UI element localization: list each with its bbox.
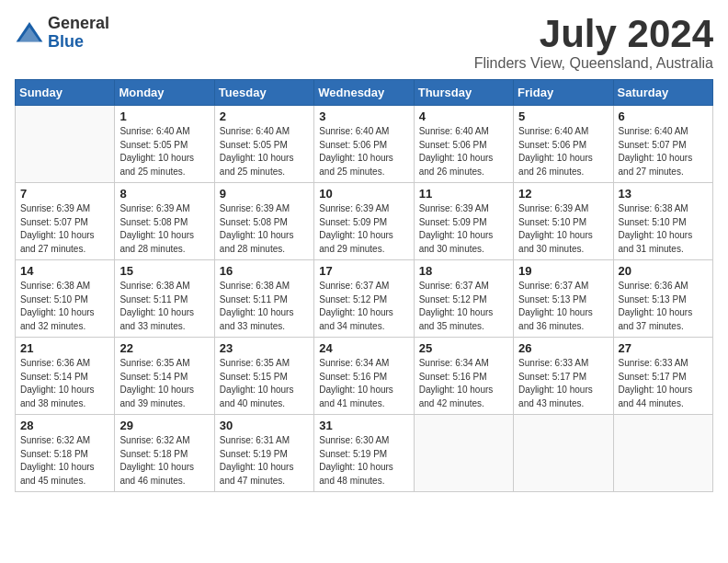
day-number: 20 — [619, 264, 708, 278]
weekday-header-row: SundayMondayTuesdayWednesdayThursdayFrid… — [16, 80, 713, 106]
day-number: 9 — [220, 187, 309, 201]
weekday-header-wednesday: Wednesday — [314, 80, 414, 106]
day-info: Sunrise: 6:37 AMSunset: 5:12 PMDaylight:… — [419, 280, 508, 333]
day-number: 2 — [220, 109, 309, 123]
location-title: Flinders View, Queensland, Australia — [474, 55, 713, 72]
day-info: Sunrise: 6:34 AMSunset: 5:16 PMDaylight:… — [419, 357, 508, 410]
day-info: Sunrise: 6:40 AMSunset: 5:05 PMDaylight:… — [119, 125, 209, 178]
day-info: Sunrise: 6:37 AMSunset: 5:13 PMDaylight:… — [518, 280, 608, 333]
calendar-cell: 4Sunrise: 6:40 AMSunset: 5:06 PMDaylight… — [414, 106, 513, 183]
day-info: Sunrise: 6:40 AMSunset: 5:06 PMDaylight:… — [319, 125, 408, 178]
calendar-cell — [414, 415, 513, 492]
day-number: 25 — [419, 341, 508, 355]
day-number: 13 — [619, 187, 708, 201]
calendar-cell: 27Sunrise: 6:33 AMSunset: 5:17 PMDayligh… — [613, 338, 712, 415]
calendar-week-1: 1Sunrise: 6:40 AMSunset: 5:05 PMDaylight… — [16, 106, 713, 183]
calendar-cell: 12Sunrise: 6:39 AMSunset: 5:10 PMDayligh… — [514, 183, 613, 260]
logo-text: General Blue — [48, 15, 109, 52]
day-number: 23 — [220, 341, 309, 355]
day-info: Sunrise: 6:30 AMSunset: 5:19 PMDaylight:… — [319, 434, 408, 488]
calendar-cell — [514, 415, 613, 492]
day-number: 12 — [518, 187, 608, 201]
calendar-cell: 24Sunrise: 6:34 AMSunset: 5:16 PMDayligh… — [314, 338, 414, 415]
day-info: Sunrise: 6:40 AMSunset: 5:06 PMDaylight:… — [419, 125, 508, 178]
calendar-week-4: 21Sunrise: 6:36 AMSunset: 5:14 PMDayligh… — [16, 338, 713, 415]
day-number: 30 — [220, 419, 309, 432]
calendar-cell: 9Sunrise: 6:39 AMSunset: 5:08 PMDaylight… — [214, 183, 313, 260]
calendar-cell: 19Sunrise: 6:37 AMSunset: 5:13 PMDayligh… — [514, 260, 613, 338]
day-info: Sunrise: 6:39 AMSunset: 5:07 PMDaylight:… — [20, 202, 109, 256]
day-number: 27 — [619, 341, 708, 355]
weekday-header-monday: Monday — [115, 80, 214, 106]
day-number: 29 — [119, 419, 209, 432]
calendar-cell: 21Sunrise: 6:36 AMSunset: 5:14 PMDayligh… — [16, 338, 115, 415]
weekday-header-saturday: Saturday — [613, 80, 712, 106]
calendar-cell: 29Sunrise: 6:32 AMSunset: 5:18 PMDayligh… — [115, 415, 214, 492]
day-number: 5 — [518, 109, 608, 123]
calendar-cell: 13Sunrise: 6:38 AMSunset: 5:10 PMDayligh… — [613, 183, 712, 260]
day-info: Sunrise: 6:39 AMSunset: 5:09 PMDaylight:… — [319, 202, 408, 256]
calendar-cell — [613, 415, 712, 492]
calendar-cell: 25Sunrise: 6:34 AMSunset: 5:16 PMDayligh… — [414, 338, 513, 415]
day-number: 22 — [119, 341, 209, 355]
day-info: Sunrise: 6:34 AMSunset: 5:16 PMDaylight:… — [319, 357, 408, 410]
day-number: 17 — [319, 264, 408, 278]
day-info: Sunrise: 6:39 AMSunset: 5:08 PMDaylight:… — [119, 202, 209, 256]
day-info: Sunrise: 6:33 AMSunset: 5:17 PMDaylight:… — [518, 357, 608, 410]
day-info: Sunrise: 6:40 AMSunset: 5:05 PMDaylight:… — [220, 125, 309, 178]
day-info: Sunrise: 6:39 AMSunset: 5:10 PMDaylight:… — [518, 202, 608, 256]
day-info: Sunrise: 6:40 AMSunset: 5:07 PMDaylight:… — [619, 125, 708, 178]
calendar-week-5: 28Sunrise: 6:32 AMSunset: 5:18 PMDayligh… — [16, 415, 713, 492]
calendar-cell: 22Sunrise: 6:35 AMSunset: 5:14 PMDayligh… — [115, 338, 214, 415]
day-info: Sunrise: 6:33 AMSunset: 5:17 PMDaylight:… — [619, 357, 708, 410]
calendar-cell: 5Sunrise: 6:40 AMSunset: 5:06 PMDaylight… — [514, 106, 613, 183]
calendar-cell: 11Sunrise: 6:39 AMSunset: 5:09 PMDayligh… — [414, 183, 513, 260]
logo-icon — [15, 18, 44, 48]
day-number: 6 — [619, 109, 708, 123]
calendar-cell: 2Sunrise: 6:40 AMSunset: 5:05 PMDaylight… — [214, 106, 313, 183]
calendar-cell: 3Sunrise: 6:40 AMSunset: 5:06 PMDaylight… — [314, 106, 414, 183]
day-number: 19 — [518, 264, 608, 278]
calendar-cell: 18Sunrise: 6:37 AMSunset: 5:12 PMDayligh… — [414, 260, 513, 338]
day-number: 26 — [518, 341, 608, 355]
day-info: Sunrise: 6:38 AMSunset: 5:11 PMDaylight:… — [119, 280, 209, 333]
calendar-cell: 16Sunrise: 6:38 AMSunset: 5:11 PMDayligh… — [214, 260, 313, 338]
day-number: 10 — [319, 187, 408, 201]
day-number: 15 — [119, 264, 209, 278]
calendar-cell: 30Sunrise: 6:31 AMSunset: 5:19 PMDayligh… — [214, 415, 313, 492]
day-info: Sunrise: 6:37 AMSunset: 5:12 PMDaylight:… — [319, 280, 408, 333]
calendar-cell: 1Sunrise: 6:40 AMSunset: 5:05 PMDaylight… — [115, 106, 214, 183]
day-info: Sunrise: 6:39 AMSunset: 5:08 PMDaylight:… — [220, 202, 309, 256]
day-number: 1 — [119, 109, 209, 123]
day-info: Sunrise: 6:39 AMSunset: 5:09 PMDaylight:… — [419, 202, 508, 256]
calendar-cell: 28Sunrise: 6:32 AMSunset: 5:18 PMDayligh… — [16, 415, 115, 492]
day-number: 14 — [20, 264, 109, 278]
day-info: Sunrise: 6:32 AMSunset: 5:18 PMDaylight:… — [119, 434, 209, 488]
calendar-cell: 14Sunrise: 6:38 AMSunset: 5:10 PMDayligh… — [16, 260, 115, 338]
day-number: 28 — [20, 419, 109, 432]
page-header: General Blue July 2024 Flinders View, Qu… — [15, 15, 713, 72]
weekday-header-thursday: Thursday — [414, 80, 513, 106]
logo-blue: Blue — [48, 32, 84, 51]
calendar-cell: 8Sunrise: 6:39 AMSunset: 5:08 PMDaylight… — [115, 183, 214, 260]
weekday-header-friday: Friday — [514, 80, 613, 106]
day-info: Sunrise: 6:38 AMSunset: 5:11 PMDaylight:… — [220, 280, 309, 333]
calendar-table: SundayMondayTuesdayWednesdayThursdayFrid… — [15, 79, 713, 492]
day-number: 11 — [419, 187, 508, 201]
calendar-cell — [16, 106, 115, 183]
calendar-cell: 6Sunrise: 6:40 AMSunset: 5:07 PMDaylight… — [613, 106, 712, 183]
weekday-header-sunday: Sunday — [16, 80, 115, 106]
day-info: Sunrise: 6:40 AMSunset: 5:06 PMDaylight:… — [518, 125, 608, 178]
day-number: 31 — [319, 419, 408, 432]
day-number: 8 — [119, 187, 209, 201]
calendar-week-2: 7Sunrise: 6:39 AMSunset: 5:07 PMDaylight… — [16, 183, 713, 260]
calendar-cell: 17Sunrise: 6:37 AMSunset: 5:12 PMDayligh… — [314, 260, 414, 338]
calendar-cell: 26Sunrise: 6:33 AMSunset: 5:17 PMDayligh… — [514, 338, 613, 415]
day-info: Sunrise: 6:35 AMSunset: 5:14 PMDaylight:… — [119, 357, 209, 410]
logo-general: General — [48, 14, 109, 32]
calendar-cell: 10Sunrise: 6:39 AMSunset: 5:09 PMDayligh… — [314, 183, 414, 260]
day-number: 7 — [20, 187, 109, 201]
day-info: Sunrise: 6:38 AMSunset: 5:10 PMDaylight:… — [20, 280, 109, 333]
day-info: Sunrise: 6:31 AMSunset: 5:19 PMDaylight:… — [220, 434, 309, 488]
day-number: 16 — [220, 264, 309, 278]
